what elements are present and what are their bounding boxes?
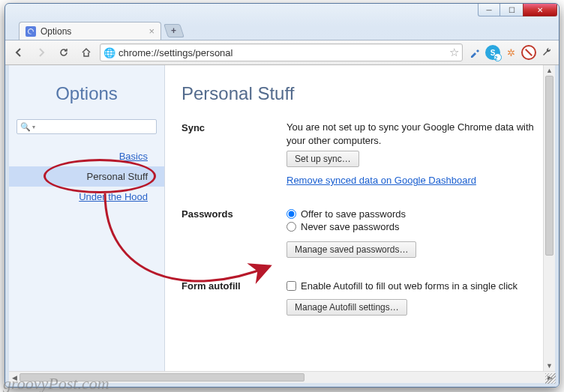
autofill-label: Form autofill [182, 279, 286, 316]
browser-tab[interactable]: Options × [19, 22, 161, 40]
never-save-passwords-input[interactable] [286, 222, 296, 232]
settings-main: Personal Stuff Sync You are not set up t… [165, 65, 555, 371]
scroll-up-icon[interactable]: ▲ [544, 65, 555, 76]
passwords-section: Passwords Offer to save passwords Never … [182, 207, 538, 258]
sync-section: Sync You are not set up to sync your Goo… [182, 121, 538, 186]
never-save-passwords-radio[interactable]: Never save passwords [286, 221, 538, 232]
sync-status-text: You are not set up to sync your Google C… [286, 121, 538, 148]
new-tab-button[interactable]: + [164, 24, 184, 37]
watermark: groovyPost.com [3, 374, 110, 392]
enable-autofill-checkbox[interactable]: Enable Autofill to fill out web forms in… [286, 280, 538, 292]
offer-save-passwords-radio[interactable]: Offer to save passwords [286, 208, 538, 220]
globe-icon: 🌐 [104, 47, 116, 58]
manage-autofill-settings-button[interactable]: Manage Autofill settings… [286, 299, 407, 316]
settings-sidebar: Options 🔍 ▾ Basics Personal Stuff Under … [9, 65, 165, 371]
eyedropper-extension-icon[interactable] [467, 45, 482, 60]
sidebar-item-under-the-hood[interactable]: Under the Hood [9, 187, 164, 207]
address-bar[interactable]: 🌐 chrome://settings/personal ☆ [100, 43, 463, 61]
back-button[interactable] [10, 43, 28, 61]
window-minimize-button[interactable]: ─ [478, 4, 500, 16]
sidebar-title: Options [9, 83, 164, 104]
page-heading: Personal Stuff [182, 83, 538, 104]
search-icon: 🔍 [20, 122, 31, 132]
forward-button[interactable] [32, 43, 50, 61]
bookmark-star-icon[interactable]: ☆ [449, 46, 459, 59]
window-titlebar: ─ ☐ ✕ [5, 4, 559, 20]
remove-synced-data-link[interactable]: Remove synced data on Google Dashboard [286, 175, 476, 186]
scroll-down-icon[interactable]: ▼ [544, 361, 555, 371]
never-save-passwords-label: Never save passwords [301, 221, 400, 232]
orange-gear-extension-icon[interactable]: ✲ [503, 45, 518, 60]
browser-window: ─ ☐ ✕ Options × + 🌐 chrome://settings/pe… [4, 3, 560, 388]
extension-icons: S2 ✲ [467, 45, 554, 60]
passwords-label: Passwords [182, 207, 286, 258]
dropdown-icon: ▾ [32, 124, 35, 130]
wrench-menu-icon[interactable] [539, 45, 554, 60]
page-content: Options 🔍 ▾ Basics Personal Stuff Under … [5, 65, 559, 371]
skype-badge: 2 [494, 53, 502, 61]
vertical-scrollbar[interactable]: ▲ ▼ [543, 65, 555, 371]
tab-title: Options [40, 26, 71, 37]
home-button[interactable] [77, 43, 95, 61]
resize-grip[interactable] [545, 373, 556, 384]
sync-label: Sync [182, 121, 286, 186]
window-close-button[interactable]: ✕ [523, 4, 557, 16]
settings-search-input[interactable]: 🔍 ▾ [16, 119, 157, 134]
url-text: chrome://settings/personal [118, 47, 446, 58]
skype-extension-icon[interactable]: S2 [485, 45, 500, 60]
sidebar-item-basics[interactable]: Basics [9, 146, 164, 166]
setup-sync-button[interactable]: Set up sync… [286, 151, 359, 167]
reload-button[interactable] [55, 43, 73, 61]
tab-close-icon[interactable]: × [148, 25, 154, 37]
window-maximize-button[interactable]: ☐ [500, 4, 523, 16]
scroll-thumb[interactable] [545, 76, 554, 256]
toolbar: 🌐 chrome://settings/personal ☆ S2 ✲ [5, 40, 559, 65]
offer-save-passwords-input[interactable] [286, 209, 296, 219]
tab-strip: Options × + [5, 20, 559, 40]
wrench-icon [26, 26, 36, 37]
sidebar-item-personal-stuff[interactable]: Personal Stuff [9, 166, 164, 187]
noscript-extension-icon[interactable] [521, 45, 536, 60]
autofill-section: Form autofill Enable Autofill to fill ou… [182, 279, 538, 316]
enable-autofill-label: Enable Autofill to fill out web forms in… [301, 280, 518, 292]
enable-autofill-input[interactable] [286, 281, 296, 291]
offer-save-passwords-label: Offer to save passwords [301, 208, 406, 220]
manage-saved-passwords-button[interactable]: Manage saved passwords… [286, 241, 416, 258]
